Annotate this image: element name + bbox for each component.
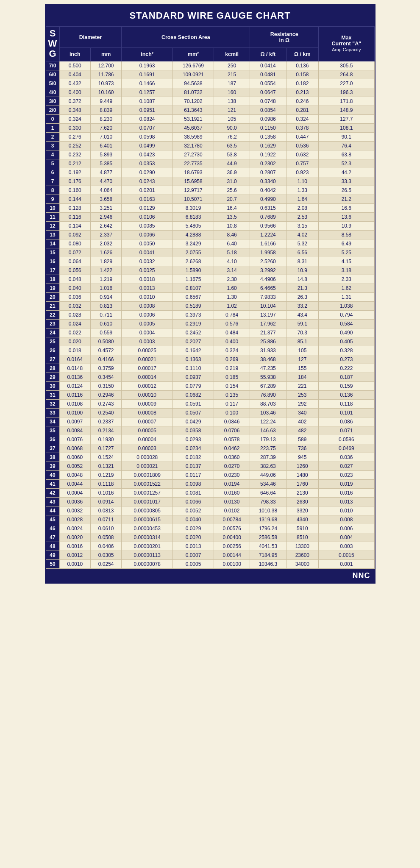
- cell-mm: 7.620: [90, 123, 121, 132]
- cell-amp: 0.023: [319, 470, 374, 479]
- cell-mm2: 0.0013: [172, 542, 214, 551]
- table-row: 90.1443.6580.016310.507120.70.49901.6421…: [46, 195, 374, 203]
- cell-inch2: 0.00005: [122, 426, 173, 435]
- table-row: 390.00520.13210.0000210.01370.0270382.63…: [46, 462, 374, 470]
- table-row: 6/00.40411.7860.1691109.09212150.04810.1…: [46, 70, 374, 79]
- cell-inch: 0.252: [59, 141, 90, 150]
- cell-swg: 41: [46, 479, 59, 488]
- cell-mm2: 0.0040: [172, 515, 214, 524]
- cell-kcmil: 0.269: [214, 355, 250, 364]
- cell-ohm_km: 340: [286, 408, 319, 417]
- cell-mm: 1.016: [90, 284, 121, 292]
- cell-kcmil: 0.00784: [214, 515, 250, 524]
- cell-mm2: 2.0755: [172, 248, 214, 257]
- ohm-kft-header: Ω / kft: [250, 48, 286, 61]
- cell-mm2: 0.0358: [172, 426, 214, 435]
- cell-mm: 0.1727: [90, 444, 121, 453]
- table-row: 350.00840.21340.000050.03580.0706146.634…: [46, 426, 374, 435]
- cell-swg: 29: [46, 373, 59, 381]
- cell-mm: 0.2946: [90, 390, 121, 399]
- cell-amp: 63.8: [319, 150, 374, 159]
- cell-mm: 0.0254: [90, 559, 121, 568]
- cell-swg: 24: [46, 328, 59, 337]
- cell-inch2: 0.0290: [122, 168, 173, 177]
- cell-swg: 20: [46, 292, 59, 301]
- cell-inch: 0.0044: [59, 479, 90, 488]
- cell-ohm_kft: 798.33: [250, 497, 286, 506]
- cell-mm2: 0.0007: [172, 551, 214, 559]
- cell-inch2: 0.0598: [122, 132, 173, 141]
- cell-inch: 0.092: [59, 230, 90, 239]
- cell-ohm_km: 10.9: [286, 266, 319, 275]
- cell-swg: 25: [46, 337, 59, 346]
- cell-swg: 3: [46, 141, 59, 150]
- cell-ohm_km: 105: [286, 346, 319, 355]
- cell-kcmil: 4.10: [214, 257, 250, 266]
- cell-kcmil: 0.784: [214, 310, 250, 319]
- cell-mm2: 0.2027: [172, 337, 214, 346]
- cell-ohm_kft: 179.13: [250, 435, 286, 444]
- table-row: 430.00360.09140.000010170.00660.0130798.…: [46, 497, 374, 506]
- cell-inch2: 0.00000805: [122, 506, 173, 515]
- cell-ohm_kft: 0.0554: [250, 79, 286, 88]
- cell-swg: 45: [46, 515, 59, 524]
- cell-inch2: 0.1691: [122, 70, 173, 79]
- cell-mm2: 0.8107: [172, 284, 214, 292]
- cell-kcmil: 0.00100: [214, 559, 250, 568]
- cell-mm2: 0.0052: [172, 506, 214, 515]
- cell-mm2: 4.2888: [172, 230, 214, 239]
- cell-amp: 305.5: [319, 61, 374, 70]
- max-current-header: MaxCurrent "A"Amp Capacity: [319, 27, 374, 61]
- cell-ohm_kft: 2586.58: [250, 533, 286, 542]
- cell-ohm_kft: 0.9566: [250, 221, 286, 230]
- cell-ohm_kft: 0.0986: [250, 114, 286, 123]
- cell-inch: 0.348: [59, 106, 90, 114]
- cell-inch: 0.0020: [59, 533, 90, 542]
- cell-kcmil: 0.0102: [214, 506, 250, 515]
- cell-kcmil: 16.4: [214, 203, 250, 212]
- table-row: 130.0922.3370.00664.28888.461.22244.028.…: [46, 230, 374, 239]
- cell-swg: 2: [46, 132, 59, 141]
- cell-kcmil: 0.0360: [214, 453, 250, 462]
- table-row: 210.0320.8130.00080.51891.0210.10433.21.…: [46, 301, 374, 310]
- cell-amp: 0.086: [319, 417, 374, 426]
- cell-inch: 0.022: [59, 328, 90, 337]
- cell-inch2: 0.00001257: [122, 488, 173, 497]
- cell-mm: 0.0406: [90, 542, 121, 551]
- cell-amp: 1.62: [319, 284, 374, 292]
- cell-mm: 1.829: [90, 257, 121, 266]
- table-row: 120.1042.6420.00855.480510.80.95663.1510…: [46, 221, 374, 230]
- cell-inch2: 0.00000615: [122, 515, 173, 524]
- cell-mm: 0.5080: [90, 337, 121, 346]
- cell-mm: 0.1219: [90, 470, 121, 479]
- cell-ohm_kft: 0.1358: [250, 132, 286, 141]
- cell-inch2: 0.0025: [122, 266, 173, 275]
- cell-ohm_kft: 646.64: [250, 488, 286, 497]
- cell-ohm_kft: 0.1922: [250, 150, 286, 159]
- cell-ohm_kft: 3.2992: [250, 266, 286, 275]
- cell-swg: 47: [46, 533, 59, 542]
- cell-amp: 0.584: [319, 319, 374, 328]
- cell-inch: 0.0036: [59, 497, 90, 506]
- cell-inch: 0.018: [59, 346, 90, 355]
- cell-amp: 0.036: [319, 453, 374, 462]
- cell-swg: 48: [46, 542, 59, 551]
- cell-kcmil: 44.9: [214, 159, 250, 168]
- cell-ohm_km: 0.324: [286, 114, 319, 123]
- cell-swg: 40: [46, 470, 59, 479]
- cell-inch2: 0.0013: [122, 284, 173, 292]
- cell-ohm_kft: 21.377: [250, 328, 286, 337]
- table-row: 410.00440.11180.000015220.00980.0194534.…: [46, 479, 374, 488]
- cell-ohm_km: 589: [286, 435, 319, 444]
- cell-mm: 0.2743: [90, 399, 121, 408]
- cell-kcmil: 1.30: [214, 292, 250, 301]
- cell-mm2: 32.1780: [172, 141, 214, 150]
- cell-ohm_kft: 76.890: [250, 390, 286, 399]
- cell-inch: 0.128: [59, 203, 90, 212]
- cell-mm2: 0.3973: [172, 310, 214, 319]
- mm-header: mm: [90, 48, 121, 61]
- cell-ohm_kft: 0.1150: [250, 123, 286, 132]
- cell-inch2: 0.00010: [122, 390, 173, 399]
- cell-mm: 0.711: [90, 310, 121, 319]
- cell-mm2: 0.0098: [172, 479, 214, 488]
